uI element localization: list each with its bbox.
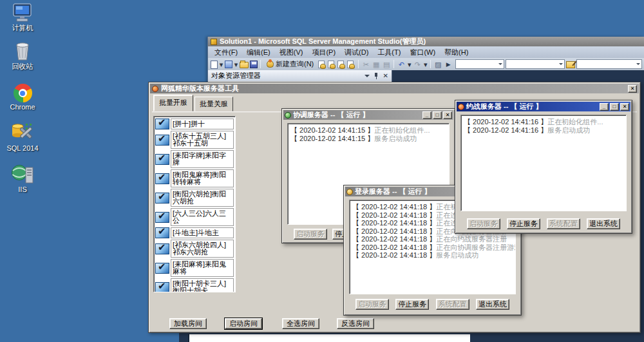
paste-icon[interactable]: ▤ <box>382 60 391 69</box>
object-explorer-header[interactable]: 对象资源管理器 ✕ <box>208 70 392 81</box>
stop-service-button[interactable]: 停止服务 <box>507 218 540 229</box>
room-label[interactable]: [衡阳十胡卡三人]衡阳十胡卡 <box>171 278 234 292</box>
title-bar[interactable]: 协调服务器 -- 【 运行 】 _ □ ✕ <box>283 110 453 120</box>
pin-icon[interactable] <box>374 73 379 79</box>
room-checkbox[interactable] <box>155 154 169 165</box>
coordination-server-icon <box>285 112 291 119</box>
invert-selection-button[interactable]: 反选房间 <box>337 318 374 329</box>
tool-window-title-bar[interactable]: 网狐精华版本服务器工具 ✕ <box>150 84 639 93</box>
desktop-icon-sql-2014[interactable]: SQL 2014 <box>3 122 43 152</box>
undo-icon[interactable]: ↶ <box>397 60 406 69</box>
log-timestamp: 【 2020-12-02 14:41:16 】 <box>464 118 547 126</box>
room-checkbox[interactable] <box>155 212 169 223</box>
desktop-icon-recycle-bin[interactable]: 回收站 <box>3 40 43 71</box>
start-service-button[interactable]: 启动服务 <box>294 229 327 240</box>
room-label[interactable]: [祁东六胡抢四人]祁东六胡抢 <box>171 240 234 258</box>
dropdown-arrow-icon[interactable]: ▾ <box>423 60 428 69</box>
ssms-toolbar: ▾▾ 新建查询(N) ✂▦▤↶▾↷▾▨▶ <box>208 58 644 70</box>
system-config-button[interactable]: 系统配置 <box>436 299 469 310</box>
room-label[interactable]: [拼十]拼十 <box>171 119 234 129</box>
start-rooms-button[interactable]: 启动房间 <box>225 318 262 329</box>
maximize-button[interactable]: □ <box>433 111 442 119</box>
log-area[interactable]: 【 2020-12-02 14:41:16 】正在初始化组件...【 2020-… <box>460 115 627 211</box>
menu-item[interactable]: 视图(V) <box>275 46 308 59</box>
window-layout-icon[interactable]: ▨ <box>433 60 442 69</box>
edit-folder-icon[interactable] <box>566 61 575 68</box>
cut-icon[interactable]: ✂ <box>361 60 370 69</box>
open-folder-icon[interactable] <box>240 62 249 68</box>
tab[interactable]: 批量开服 <box>153 95 193 111</box>
room-checkbox[interactable] <box>155 263 169 274</box>
battle-server-window: 约战服务器 -- 【 运行 】 _ □ ✕ 【 2020-12-02 14:41… <box>455 100 632 234</box>
menu-item[interactable]: 调试(D) <box>340 46 373 59</box>
dropdown-arrow-icon[interactable]: ▾ <box>407 60 412 69</box>
start-service-button[interactable]: 启动服务 <box>355 299 389 310</box>
close-icon[interactable]: ✕ <box>383 73 388 79</box>
desktop-icon-computer[interactable]: 计算机 <box>3 1 43 33</box>
close-button[interactable]: ✕ <box>443 111 452 119</box>
sql-server-icon <box>3 122 43 144</box>
minimize-button[interactable]: _ <box>600 103 609 111</box>
load-rooms-button[interactable]: 加载房间 <box>169 318 207 329</box>
exit-system-button[interactable]: 退出系统 <box>587 218 620 229</box>
menu-item[interactable]: 窗口(W) <box>405 46 440 59</box>
start-service-button[interactable]: 启动服务 <box>467 218 500 229</box>
database-document-icon[interactable] <box>328 61 334 68</box>
desktop-icon-chrome[interactable]: Chrome <box>3 81 43 111</box>
room-label[interactable]: [六人三公]六人三公 <box>171 208 234 226</box>
toolbar-combobox[interactable] <box>506 59 565 69</box>
room-label[interactable]: [衡阳鬼麻将]衡阳转转麻将 <box>171 169 234 187</box>
select-all-rooms-button[interactable]: 全选房间 <box>282 318 319 329</box>
maximize-button[interactable]: □ <box>610 103 619 111</box>
room-checkbox[interactable] <box>155 193 169 204</box>
menu-item[interactable]: 帮助(H) <box>440 46 473 59</box>
window-position-icon[interactable] <box>365 75 370 80</box>
save-icon[interactable] <box>250 61 258 68</box>
room-label[interactable]: [衡阳六胡抢]衡阳六胡抢 <box>171 189 234 207</box>
room-checkbox[interactable] <box>155 173 169 184</box>
new-file-icon[interactable] <box>211 61 218 69</box>
desktop-icon-iis[interactable]: IIS <box>3 164 43 193</box>
room-label[interactable]: [耒阳麻将]耒阳鬼麻将 <box>171 259 234 277</box>
system-config-button[interactable]: 系统配置 <box>547 218 580 229</box>
room-label[interactable]: [耒阳字牌]耒阳字牌 <box>171 150 234 168</box>
room-checkbox[interactable] <box>155 135 169 146</box>
add-item-icon[interactable] <box>225 61 232 68</box>
background-document <box>188 334 470 342</box>
stop-service-button[interactable]: 停止服务 <box>395 299 429 310</box>
log-message: 正在向协调服务器注册游戏登录服务器... <box>436 243 516 251</box>
new-query-button[interactable]: 新建查询(N) <box>263 58 317 70</box>
room-list[interactable]: [拼十]拼十 [祁东十五胡三人]祁东十五胡 [耒阳字牌]耒阳字牌 [衡阳鬼麻将]… <box>153 116 236 292</box>
log-timestamp: 【 2020-12-02 14:41:18 】 <box>352 243 436 251</box>
close-button[interactable]: ✕ <box>628 85 637 93</box>
menu-item[interactable]: 项目(P) <box>307 46 340 59</box>
play-icon[interactable]: ▶ <box>444 60 453 69</box>
dropdown-arrow-icon[interactable]: ▾ <box>234 60 238 69</box>
database-document-icon[interactable] <box>318 61 325 68</box>
menu-item[interactable]: 工具(T) <box>373 46 405 59</box>
log-message: 服务启动成功 <box>547 126 590 134</box>
exit-system-button[interactable]: 退出系统 <box>476 299 509 310</box>
room-label[interactable]: [祁东十五胡三人]祁东十五胡 <box>171 131 234 149</box>
room-checkbox[interactable] <box>155 243 169 254</box>
log-line: 【 2020-12-02 14:41:15 】服务启动成功 <box>290 135 446 143</box>
menu-item[interactable]: 文件(F) <box>210 46 242 59</box>
title-bar[interactable]: 约战服务器 -- 【 运行 】 _ □ ✕ <box>457 102 630 111</box>
room-checkbox[interactable] <box>155 227 169 238</box>
redo-icon[interactable]: ↷ <box>413 60 422 69</box>
room-label[interactable]: [斗地主]斗地主 <box>171 227 234 238</box>
room-checkbox[interactable] <box>155 282 169 293</box>
log-message: 正在向约战服务器注册 <box>436 235 507 243</box>
database-document-icon[interactable] <box>337 61 344 68</box>
menu-item[interactable]: 编辑(E) <box>242 46 275 59</box>
ssms-title-bar[interactable]: Solution1 - Microsoft SQL Server Managem… <box>208 37 644 46</box>
room-checkbox[interactable] <box>155 119 169 129</box>
close-button[interactable]: ✕ <box>620 103 629 111</box>
tab[interactable]: 批量关服 <box>194 97 233 111</box>
toolbar-combobox[interactable] <box>455 59 504 69</box>
copy-icon[interactable]: ▦ <box>372 60 381 69</box>
dropdown-arrow-icon[interactable]: ▾ <box>219 60 223 69</box>
database-document-icon[interactable] <box>347 61 354 68</box>
toolbar-combobox[interactable] <box>576 59 642 69</box>
minimize-button[interactable]: _ <box>422 111 431 119</box>
